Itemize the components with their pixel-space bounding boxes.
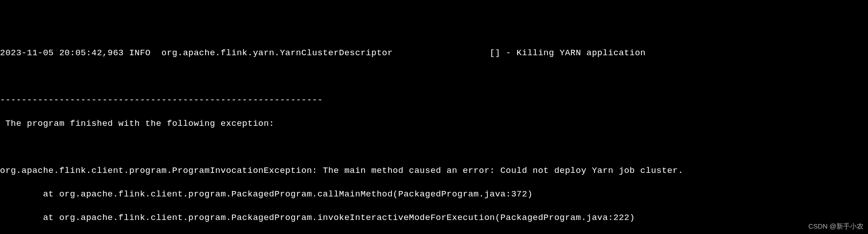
exception-header-line: The program finished with the following … xyxy=(0,118,868,129)
exception-message-line: org.apache.flink.client.program.ProgramI… xyxy=(0,165,868,177)
stack-trace-line: at org.apache.flink.client.program.Packa… xyxy=(0,212,868,224)
log-entry-line: 2023-11-05 20:05:42,963 INFO org.apache.… xyxy=(0,47,868,59)
watermark-text: CSDN @新手小农 xyxy=(808,222,863,231)
separator-line: ----------------------------------------… xyxy=(0,94,868,106)
blank-line xyxy=(0,71,868,82)
stack-trace-line: at org.apache.flink.client.program.Packa… xyxy=(0,188,868,200)
blank-line xyxy=(0,141,868,153)
